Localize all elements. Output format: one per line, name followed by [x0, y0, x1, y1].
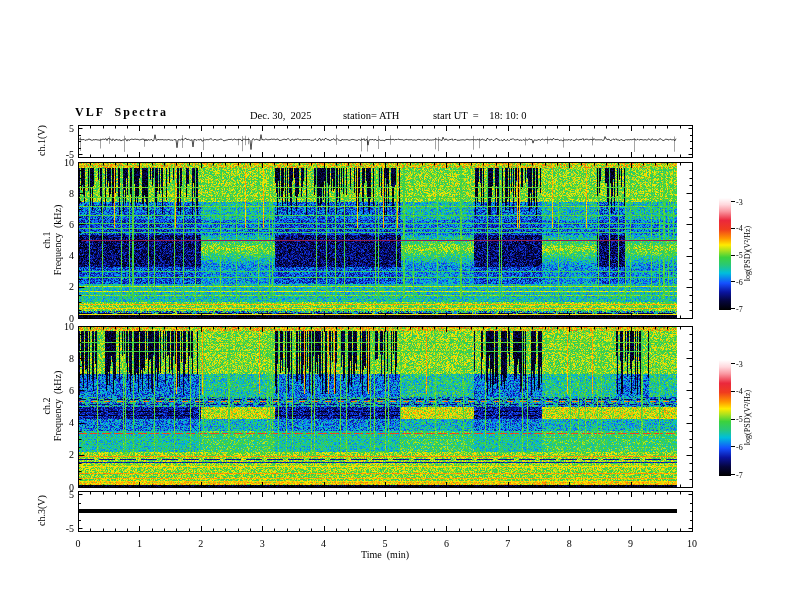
colorbar1-tick-label: -3 [736, 197, 743, 208]
spec1-y-tick-label: 6 [69, 219, 74, 230]
vlf-spectra-figure: VLF Spectra Dec. 30, 2025 station= ATH s… [0, 0, 792, 612]
start-ut-label: start UT = 18: 10: 0 [433, 110, 527, 121]
spec1-y-axis-label: ch.1Frequency (kHz) [41, 175, 63, 305]
date-label: Dec. 30, 2025 [250, 110, 312, 121]
colorbar2-tick-label: -6 [736, 442, 743, 453]
plot-canvas [0, 0, 792, 612]
colorbar2-title: log(PSD)(V²/Hz) [742, 363, 753, 473]
colorbar1-title: log(PSD)(V²/Hz) [742, 199, 753, 309]
spec1-y-tick-label: 4 [69, 250, 74, 261]
x-tick-label: 1 [124, 538, 154, 549]
ch1_wave-y-tick-label: -5 [66, 149, 74, 160]
colorbar2-tick-label: -5 [736, 414, 743, 425]
x-tick-label: 7 [493, 538, 523, 549]
ch3_wave-y-tick-label: 5 [69, 489, 74, 500]
colorbar2-tick-label: -3 [736, 359, 743, 370]
spec2-y-tick-label: 8 [69, 353, 74, 364]
colorbar1-tick-label: -5 [736, 250, 743, 261]
colorbar1-tick-label: -6 [736, 277, 743, 288]
station-label: station= ATH [343, 110, 399, 121]
colorbar2-tick-label: -7 [736, 470, 743, 481]
x-tick-label: 9 [616, 538, 646, 549]
colorbar1-tick-label: -7 [736, 304, 743, 315]
ch3_wave-y-tick-label: -5 [66, 523, 74, 534]
colorbar2-tick-label: -4 [736, 386, 743, 397]
spec2-y-axis-label: ch.2Frequency (kHz) [41, 341, 63, 471]
x-tick-label: 6 [431, 538, 461, 549]
x-tick-label: 2 [186, 538, 216, 549]
x-tick-label: 0 [63, 538, 93, 549]
spec1-channel-label: ch.1 [41, 232, 52, 249]
spec2-y-tick-label: 6 [69, 385, 74, 396]
spec2-frequency-label: Frequency (kHz) [52, 371, 63, 442]
spec2-channel-label: ch.2 [41, 398, 52, 415]
spec2-y-tick-label: 2 [69, 449, 74, 460]
spec1-frequency-label: Frequency (kHz) [52, 205, 63, 276]
x-tick-label: 8 [554, 538, 584, 549]
spec1-y-tick-label: 8 [69, 188, 74, 199]
x-tick-label: 5 [370, 538, 400, 549]
spec2-y-tick-label: 4 [69, 417, 74, 428]
x-tick-label: 4 [309, 538, 339, 549]
colorbar1-tick-label: -4 [736, 223, 743, 234]
ch3-voltage-axis-label: ch.3(V) [36, 469, 47, 553]
x-tick-label: 10 [677, 538, 707, 549]
figure-title: VLF Spectra [75, 107, 168, 118]
ch1_wave-y-tick-label: 5 [69, 123, 74, 134]
spec2-y-tick-label: 10 [64, 321, 74, 332]
ch1-voltage-axis-label: ch.1(V) [36, 99, 47, 183]
spec1-y-tick-label: 2 [69, 281, 74, 292]
time-axis-title: Time (min) [285, 549, 485, 560]
x-tick-label: 3 [247, 538, 277, 549]
